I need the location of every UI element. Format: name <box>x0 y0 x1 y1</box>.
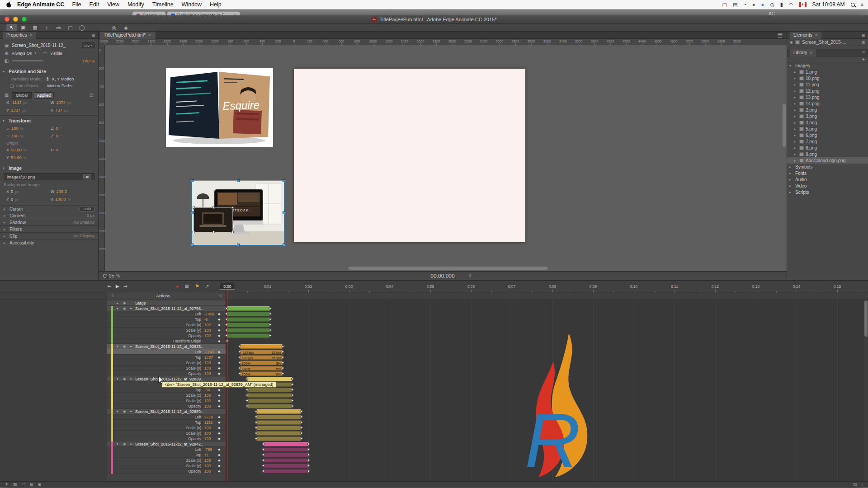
timeline-property-row[interactable]: Scale (x)100◆100%5% <box>0 360 868 366</box>
selection-handle[interactable] <box>283 244 285 246</box>
keyframe-icon[interactable] <box>300 437 303 440</box>
disclosure-icon[interactable]: ▸ <box>794 76 797 80</box>
disclosure-icon[interactable]: ▸ <box>794 95 797 99</box>
timeline-property-bar[interactable] <box>256 415 301 419</box>
keyframe-icon[interactable] <box>291 388 294 391</box>
disclosure-icon[interactable]: ▸ <box>794 146 797 150</box>
timeline-property-bar[interactable] <box>264 464 308 468</box>
timeline-property-row[interactable]: Scale (x)100◆ <box>0 458 868 463</box>
y-field[interactable]: 1337 <box>11 108 20 113</box>
image-source-well[interactable]: images/10.png ⇄ <box>4 173 94 180</box>
keyframe-icon[interactable] <box>245 388 249 391</box>
w-field[interactable]: 1074 <box>56 100 66 105</box>
timeline-property-bar[interactable] <box>256 426 301 430</box>
property-value[interactable]: 100 <box>204 425 211 431</box>
keyframe-nav-icon[interactable]: ◆ <box>218 328 220 333</box>
go-to-start-button[interactable]: ⇤ <box>108 283 112 289</box>
disclosure-icon[interactable]: ▸ <box>4 241 7 245</box>
skew-y-field[interactable]: 0 <box>56 133 58 138</box>
document-tab[interactable]: TitlePageePub.html* × <box>100 32 156 39</box>
magazine-image-element[interactable]: Esquire <box>166 68 273 147</box>
spotlight-icon[interactable] <box>851 3 855 7</box>
selection-tool[interactable]: ↖ <box>6 24 17 31</box>
easing-icon[interactable]: ↗ <box>205 283 209 289</box>
rectangle-tool[interactable]: ▭ <box>53 24 64 31</box>
keyframe-nav-icon[interactable]: ◆ <box>218 311 220 317</box>
property-value[interactable]: 100 <box>204 360 211 366</box>
keyframe-nav-icon[interactable]: ◆ <box>218 393 220 398</box>
timeline-property-row[interactable]: Opacity100◆100%0% <box>0 371 868 376</box>
text-tool[interactable]: T <box>42 24 52 31</box>
pin-icon[interactable]: ⚑ <box>195 283 199 289</box>
resize-handle[interactable] <box>231 231 234 233</box>
keyframe-icon[interactable] <box>262 469 265 473</box>
property-value[interactable]: 1337 <box>204 355 213 360</box>
timeline-property-bar[interactable] <box>264 453 308 457</box>
property-value[interactable]: -1450 <box>204 311 214 317</box>
library-item[interactable]: ▸1.png <box>787 69 868 75</box>
timeline-property-bar[interactable]: 100%0% <box>240 371 283 376</box>
property-value[interactable]: 100 <box>204 469 211 474</box>
panel-menu-icon[interactable]: ≣ <box>862 50 865 55</box>
keyframe-nav-icon[interactable]: ◆ <box>218 387 220 393</box>
keyframe-icon[interactable] <box>291 377 294 380</box>
keyframe-nav-icon[interactable]: ◆ <box>218 469 220 474</box>
resize-handle[interactable] <box>212 206 215 209</box>
keyframe-icon[interactable] <box>262 459 265 462</box>
panel-menu-icon[interactable]: ≣ <box>777 31 783 39</box>
keyframe-icon[interactable] <box>255 437 258 440</box>
selection-handle[interactable] <box>191 244 193 246</box>
go-to-end-button[interactable]: ⇥ <box>123 283 127 289</box>
keyframe-nav-icon[interactable]: ◆ <box>218 425 220 431</box>
timeline-transition-bar[interactable] <box>256 409 301 414</box>
library-group-header[interactable]: ▸Symbols <box>787 164 868 170</box>
timeline-property-row[interactable]: Top1152◆ <box>0 420 868 425</box>
disclosure-icon[interactable]: ▸ <box>794 102 797 106</box>
keyframe-icon[interactable] <box>268 307 271 310</box>
library-item[interactable]: ▸8.png <box>787 145 868 151</box>
opacity-value[interactable]: 100 % <box>82 58 94 63</box>
keyframe-nav-icon[interactable]: ◆ <box>218 458 220 463</box>
disclosure-icon[interactable]: ▸ <box>789 184 793 188</box>
status-keyboard-icon[interactable]: ▤ <box>733 2 737 7</box>
timeline-row-element[interactable]: ▾◉•Screen_Shot_2015-11-12_at_92942... <box>0 441 868 447</box>
keyframe-icon[interactable] <box>238 350 241 353</box>
library-item[interactable]: ▸5.png <box>787 126 868 132</box>
keyframe-icon[interactable] <box>245 404 249 408</box>
timeline-property-row[interactable]: Left2776◆ <box>0 414 868 420</box>
keyframe-nav-icon[interactable]: ◆ <box>218 338 220 344</box>
disclosure-icon[interactable]: ▸ <box>794 152 797 156</box>
disclosure-icon[interactable]: ▸ <box>794 140 797 144</box>
timeline-property-bar[interactable] <box>256 420 301 425</box>
property-value[interactable]: 100 <box>204 393 211 398</box>
disclosure-icon[interactable]: ▾ <box>3 119 6 123</box>
disclosure-icon[interactable]: ▸ <box>4 227 7 231</box>
timeline-property-row[interactable]: Scale (x)100◆ <box>0 393 868 398</box>
timeline-property-row[interactable]: Scale (y)100◆ <box>0 328 868 333</box>
disclosure-icon[interactable]: ▾ <box>3 166 6 170</box>
property-value[interactable]: -6 <box>204 317 208 322</box>
play-button[interactable]: ▶ <box>116 283 119 289</box>
disclosure-icon[interactable]: ▾ <box>117 306 118 311</box>
timeline-property-row[interactable]: Scale (y)100◆ <box>0 398 868 404</box>
timeline-property-bar[interactable] <box>264 447 308 452</box>
resize-handle[interactable] <box>231 206 234 209</box>
timeline-property-bar[interactable] <box>247 393 292 398</box>
selection-handle[interactable] <box>283 211 285 214</box>
display-mode-dropdown[interactable]: Always On <box>12 51 32 56</box>
timeline-property-row[interactable]: Left-768◆ <box>0 447 868 452</box>
property-value[interactable]: 100 <box>204 398 211 404</box>
clip-tool[interactable]: ▦ <box>30 24 40 31</box>
status-blue-dot-icon[interactable]: ● <box>761 2 764 7</box>
keyframe-nav-icon[interactable]: ◆ <box>218 355 220 360</box>
keyframe-icon[interactable] <box>281 345 284 348</box>
library-item[interactable]: ▸4.png <box>787 119 868 126</box>
property-value[interactable]: -768 <box>204 447 212 452</box>
timeline-property-row[interactable]: Transform Origin◆ <box>0 338 868 344</box>
stage-canvas[interactable]: 0200400600800100012001400160018002000220… <box>99 45 787 271</box>
zoom-window-button[interactable] <box>22 17 27 22</box>
timeline-transition-bar[interactable] <box>227 306 270 311</box>
keyframe-nav-icon[interactable]: ◆ <box>218 414 220 420</box>
horizontal-scrollbar[interactable] <box>349 267 548 270</box>
auto-orient-checkbox[interactable] <box>10 84 14 88</box>
